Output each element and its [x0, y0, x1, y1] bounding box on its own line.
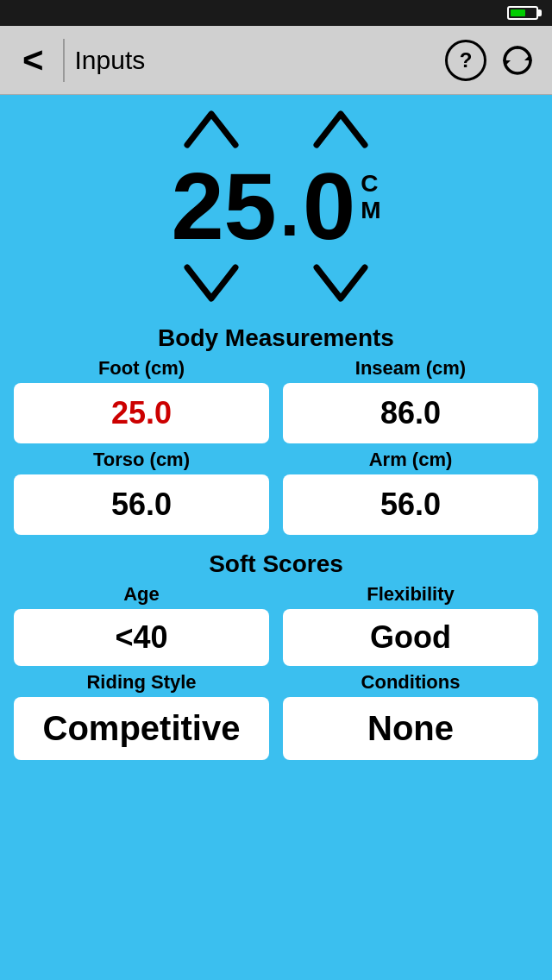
arm-value[interactable]: 56.0	[283, 474, 538, 535]
number-picker: 25 . 0 C M	[14, 104, 538, 309]
conditions-value[interactable]: None	[283, 697, 538, 760]
status-bar	[0, 0, 552, 26]
decimal-dot: .	[280, 178, 299, 254]
conditions-label: Conditions	[361, 671, 461, 694]
battery-fill	[511, 9, 525, 16]
body-measurements-title: Body Measurements	[158, 324, 394, 352]
integer-up-button[interactable]	[181, 104, 242, 155]
inseam-measurement: Inseam (cm) 86.0	[283, 357, 538, 443]
chevron-down-integer-icon	[184, 261, 239, 305]
riding-style-label: Riding Style	[86, 671, 196, 694]
age-value[interactable]: <40	[14, 609, 269, 666]
flexibility-label: Flexibility	[367, 583, 454, 606]
refresh-button[interactable]	[497, 40, 538, 81]
age-label: Age	[123, 583, 160, 606]
page-title: Inputs	[75, 46, 445, 75]
svg-marker-1	[505, 60, 511, 66]
foot-measurement: Foot (cm) 25.0	[14, 357, 269, 443]
chevron-up-decimal-icon	[313, 107, 368, 152]
soft-scores-grid: Age <40 Flexibility Good	[14, 583, 538, 666]
foot-value[interactable]: 25.0	[14, 383, 269, 443]
bottom-row: Riding Style Competitive Conditions None	[14, 671, 538, 760]
decimal-up-button[interactable]	[310, 104, 371, 155]
torso-value[interactable]: 56.0	[14, 474, 269, 535]
inseam-value[interactable]: 86.0	[283, 383, 538, 443]
refresh-icon	[499, 42, 536, 79]
main-content: 25 . 0 C M Body Measurements	[0, 95, 552, 980]
age-score: Age <40	[14, 583, 269, 666]
riding-style-value[interactable]: Competitive	[14, 697, 269, 760]
soft-scores-title: Soft Scores	[209, 550, 343, 578]
decimal-value: 0	[303, 159, 355, 254]
svg-marker-0	[524, 54, 530, 60]
chevron-down-decimal-icon	[313, 261, 368, 305]
flexibility-value[interactable]: Good	[283, 609, 538, 666]
picker-arrows-bottom	[181, 257, 371, 309]
chevron-up-integer-icon	[184, 107, 239, 152]
picker-arrows-top	[181, 104, 371, 155]
unit-label: C M	[361, 171, 380, 224]
nav-bar: < Inputs ?	[0, 26, 552, 95]
riding-style-item: Riding Style Competitive	[14, 671, 269, 760]
torso-label: Torso (cm)	[93, 449, 190, 471]
integer-value: 25	[171, 159, 276, 254]
battery-icon	[507, 6, 538, 20]
integer-down-button[interactable]	[181, 257, 242, 309]
arm-measurement: Arm (cm) 56.0	[283, 449, 538, 535]
torso-measurement: Torso (cm) 56.0	[14, 449, 269, 535]
conditions-item: Conditions None	[283, 671, 538, 760]
back-button[interactable]: <	[14, 42, 53, 79]
picker-display: 25 . 0 C M	[171, 159, 380, 254]
flexibility-score: Flexibility Good	[283, 583, 538, 666]
foot-label: Foot (cm)	[98, 357, 185, 380]
decimal-down-button[interactable]	[310, 257, 371, 309]
help-button[interactable]: ?	[445, 40, 486, 81]
arm-label: Arm (cm)	[369, 449, 453, 471]
inseam-label: Inseam (cm)	[355, 357, 466, 380]
measurement-grid: Foot (cm) 25.0 Inseam (cm) 86.0 Torso (c…	[14, 357, 538, 540]
nav-divider	[63, 39, 65, 82]
